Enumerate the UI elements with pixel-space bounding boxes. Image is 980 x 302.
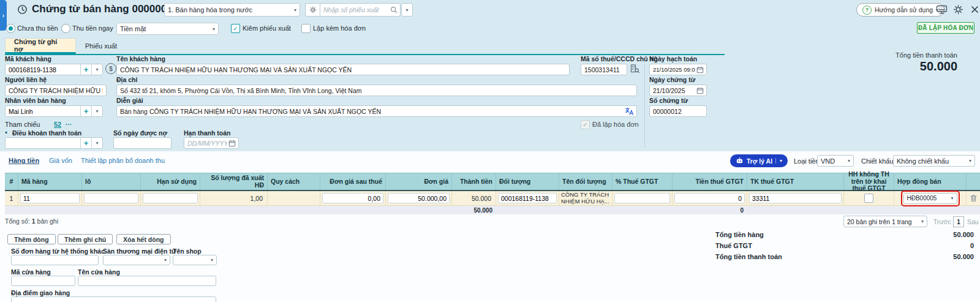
pagination-next[interactable]: Sau: [967, 218, 979, 225]
document-number-input[interactable]: [649, 105, 707, 117]
seller-input[interactable]: [6, 106, 80, 116]
pagination-prev[interactable]: Trước: [933, 218, 951, 225]
debt-days-input[interactable]: [113, 137, 172, 149]
document-type-select[interactable]: 1. Bán hàng hóa trong nước ▾: [164, 3, 300, 17]
payment-terms-field[interactable]: + ▾: [5, 137, 103, 149]
cell-spec: [268, 191, 320, 205]
description-input[interactable]: [116, 105, 637, 117]
chevron-down-icon[interactable]: ▾: [91, 106, 102, 116]
payment-method-select[interactable]: Tiền mặt ▾: [116, 23, 219, 35]
store-name-input[interactable]: [78, 276, 216, 286]
marketplace-select[interactable]: ▾: [103, 255, 170, 265]
cell-partner-input[interactable]: [498, 193, 557, 203]
col-expiry[interactable]: Hạn sử dụng: [141, 173, 200, 190]
cell-price-after-tax-input[interactable]: [322, 193, 383, 203]
calendar-icon[interactable]: [228, 140, 236, 147]
col-qty-invoiced[interactable]: Số lượng đã xuất HĐ: [200, 173, 268, 190]
top-total-label: Tổng tiền thanh toán: [845, 51, 957, 59]
search-icon[interactable]: [390, 6, 398, 13]
price-policy-icon[interactable]: $: [105, 63, 116, 74]
customer-code-input[interactable]: [6, 64, 80, 75]
tax-lookup-icon[interactable]: [630, 64, 639, 74]
feedback-icon[interactable]: [936, 5, 948, 15]
trash-icon[interactable]: [970, 194, 978, 202]
search-input[interactable]: [320, 3, 401, 17]
currency-select[interactable]: VND ▾: [817, 155, 854, 167]
search-settings-button[interactable]: [305, 3, 320, 17]
debt-days-label: Số ngày được nợ: [113, 129, 167, 137]
seller-field[interactable]: + ▾: [5, 105, 103, 117]
col-lot[interactable]: lô: [82, 173, 141, 190]
subtab-cost[interactable]: Giá vốn: [49, 157, 72, 164]
col-index[interactable]: #: [5, 173, 18, 190]
reference-link[interactable]: 52: [54, 121, 61, 128]
discount-value: Không chiết khấu: [897, 157, 949, 165]
radio-collect-now[interactable]: [61, 24, 70, 33]
store-code-input[interactable]: [11, 276, 75, 286]
chevron-down-icon[interactable]: ▾: [91, 64, 102, 75]
store-code-label: Mã cửa hàng: [11, 268, 51, 276]
close-icon[interactable]: [971, 6, 979, 13]
subtab-allocation[interactable]: Thiết lập phân bổ doanh thu: [81, 157, 165, 164]
cell-expiry-input[interactable]: [143, 193, 198, 203]
col-vat-account[interactable]: TK thuế GTGT: [747, 173, 844, 190]
chevron-down-icon[interactable]: ▾: [91, 138, 102, 148]
delivery-location-input[interactable]: [11, 296, 216, 302]
col-unit-price[interactable]: Đơn giá: [386, 173, 452, 190]
expand-panel-handle[interactable]: ›: [0, 0, 7, 31]
checkbox-with-invoice[interactable]: [301, 24, 311, 33]
ext-order-input[interactable]: [11, 255, 99, 265]
translate-icon[interactable]: [625, 107, 634, 116]
col-vat-percent[interactable]: % Thuế GTGT: [612, 173, 673, 190]
ai-assistant-button[interactable]: Trợ lý AI ▾: [730, 154, 788, 167]
col-vat-amount[interactable]: Tiền thuế GTGT: [673, 173, 747, 190]
cell-contract-select[interactable]: HĐB00005 ▾: [903, 193, 957, 204]
col-partner-name[interactable]: Tên đối tượng: [559, 173, 612, 190]
tab-debit-note[interactable]: Chứng từ ghi nợ: [5, 38, 76, 54]
tab-export-slip[interactable]: Phiếu xuất: [76, 38, 126, 54]
reference-more-link[interactable]: …: [65, 119, 72, 126]
cell-vat-account-input[interactable]: [749, 193, 842, 203]
cell-not-declared-checkbox[interactable]: [864, 194, 873, 203]
tax-code-input[interactable]: [581, 64, 627, 75]
address-input[interactable]: [116, 85, 637, 96]
customer-name-input[interactable]: [116, 64, 570, 75]
col-contract[interactable]: Hợp đồng bán: [894, 173, 967, 190]
history-icon[interactable]: [17, 4, 28, 15]
cell-item-code-input[interactable]: [20, 193, 80, 203]
cell-vat-percent-input[interactable]: [614, 193, 670, 203]
search-dropdown-button[interactable]: ▾: [401, 3, 413, 17]
cell-lot-input[interactable]: [84, 193, 138, 203]
checkbox-invoiced[interactable]: ✓: [581, 120, 590, 129]
col-item-code[interactable]: Mã hàng: [18, 173, 82, 190]
add-icon[interactable]: +: [80, 138, 91, 148]
discount-select[interactable]: Không chiết khấu ▾: [893, 155, 975, 167]
col-amount[interactable]: Thành tiền: [452, 173, 496, 190]
add-icon[interactable]: +: [80, 106, 91, 116]
total-goods-value: 50.000: [858, 231, 974, 238]
subtab-items[interactable]: Hàng tiền: [9, 157, 39, 164]
page-size-select[interactable]: 20 bản ghi trên 1 trang ▾: [843, 216, 927, 227]
col-not-declared[interactable]: HH không TH trên tờ khai thuế GTGT: [844, 173, 894, 190]
add-row-button[interactable]: Thêm dòng: [7, 234, 56, 244]
payment-terms-input[interactable]: [6, 138, 80, 148]
collapse-caret-icon[interactable]: ▾: [5, 130, 7, 135]
pagination-page[interactable]: 1: [953, 216, 964, 227]
col-price-after-tax[interactable]: Đơn giá sau thuế: [320, 173, 386, 190]
cell-unit-price-input[interactable]: [388, 193, 450, 203]
contact-input[interactable]: [5, 85, 107, 96]
add-icon[interactable]: +: [80, 64, 91, 75]
settings-gear-icon[interactable]: [953, 4, 963, 15]
radio-not-collected[interactable]: [6, 24, 15, 33]
col-partner[interactable]: Đối tượng: [496, 173, 559, 190]
calendar-icon[interactable]: [696, 87, 704, 94]
shop-name-select[interactable]: ▾: [173, 255, 217, 265]
col-spec[interactable]: Quy cách: [268, 173, 320, 190]
clear-rows-button[interactable]: Xóa hết dòng: [116, 234, 171, 244]
help-button[interactable]: ? Hướng dẫn sử dụng ▾: [856, 3, 944, 17]
customer-code-field[interactable]: + ▾: [5, 64, 103, 75]
calendar-icon[interactable]: [696, 66, 704, 74]
checkbox-export-slip[interactable]: ✓: [231, 24, 240, 33]
cell-vat-amount-input[interactable]: [674, 193, 745, 203]
add-note-button[interactable]: Thêm ghi chú: [58, 234, 113, 244]
